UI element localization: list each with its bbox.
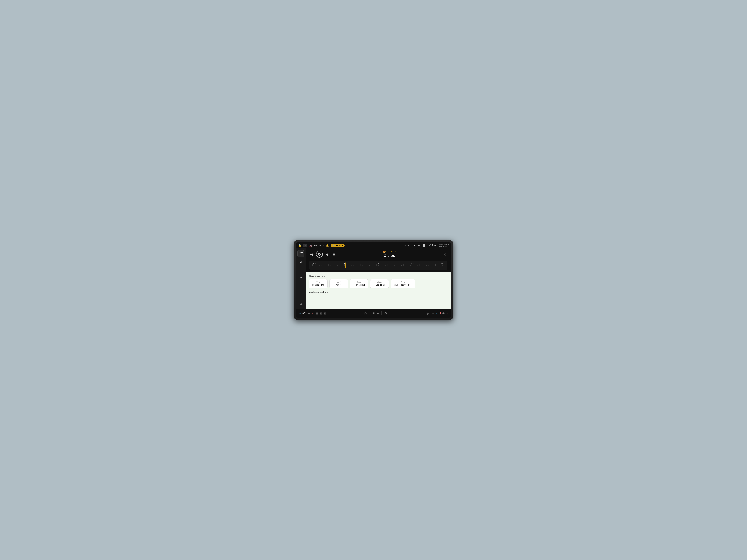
signal-bars-icon: ▐▌ — [422, 244, 426, 246]
svg-rect-2 — [316, 265, 316, 266]
svg-rect-73 — [442, 265, 443, 266]
wifi-icon: ((·)) — [405, 244, 409, 246]
volume-icon[interactable]: ◁)) — [426, 312, 430, 315]
seat-vent-icon[interactable]: ⊟ — [319, 312, 322, 315]
svg-rect-48 — [398, 264, 398, 266]
radio-icon: ((·)) — [299, 252, 303, 256]
svg-rect-58 — [416, 265, 416, 266]
svg-rect-1 — [314, 265, 314, 266]
status-left: 🔒 ⊡ 🚗 Rivian ⌂ 🔔 Service — [298, 243, 344, 247]
svg-rect-33 — [371, 264, 371, 266]
tuner-ticks-svg: 88 93 98 103 108 — [312, 262, 444, 268]
saved-station-1[interactable]: 96.3 96.3 — [329, 279, 348, 288]
sidebar-item-radio[interactable]: ((·)) — [298, 250, 304, 257]
saved-station-0[interactable]: 93.3 KDKB HD1 — [309, 279, 328, 288]
settings-button[interactable]: ⚙ — [384, 311, 387, 315]
fan-icon: ✳ — [308, 312, 310, 315]
saved-freq-0: 93.3 — [312, 281, 325, 283]
svg-rect-22 — [352, 265, 352, 266]
right-fan-icon: ✳ — [442, 312, 445, 315]
temp-up-button[interactable]: ∧ — [312, 312, 313, 315]
svg-rect-66 — [430, 264, 430, 266]
saved-freq-3: 102.5 — [373, 281, 386, 283]
svg-text:98: 98 — [377, 262, 379, 265]
stations-area: Saved stations 93.3 KDKB HD1 96.3 96.3 9… — [306, 272, 451, 309]
apps-button[interactable]: ⊞ — [372, 312, 375, 315]
tuner-track[interactable]: 88 93 98 103 108 — [312, 262, 444, 268]
sidebar-item-cast[interactable]: ⬡ — [298, 275, 304, 282]
bluetooth-icon: ᛒ — [411, 244, 412, 246]
svg-text:103: 103 — [410, 262, 413, 265]
bell-icon[interactable]: 🔔 — [326, 244, 329, 247]
svg-rect-37 — [378, 265, 379, 266]
more-button[interactable]: ··· — [298, 292, 304, 299]
sidebar: ((·)) ♫ ♩ ⬡ ▭ ··· ⊟ — [296, 248, 306, 309]
sidebar-item-spotify[interactable]: ♫ — [298, 258, 304, 265]
saved-freq-2: 97.9 — [353, 281, 365, 283]
car-display: 🔒 ⊡ 🚗 Rivian ⌂ 🔔 Service ((·)) ᛒ ▲ 59° ▐… — [294, 240, 453, 320]
saved-name-3: KNIX HD1 — [374, 284, 385, 287]
sidebar-item-music[interactable]: ♩ — [298, 266, 304, 273]
sidebar-item-phone[interactable]: ▭ — [298, 283, 304, 290]
nav-icons-group: ◎ ♪ ⊞ ▶ — [364, 311, 379, 315]
svg-rect-14 — [337, 265, 338, 266]
station-frequency: 92.7 Oldies — [338, 250, 441, 253]
saved-station-2[interactable]: 97.9 KUPD HD1 — [350, 279, 368, 288]
saved-stations-title: Saved stations — [309, 275, 447, 277]
svg-rect-15 — [339, 264, 339, 266]
clock: 10:55 AM — [427, 244, 437, 247]
main-area: ((·)) ♫ ♩ ⬡ ▭ ··· ⊟ — [296, 248, 451, 309]
svg-rect-41 — [385, 265, 386, 266]
climate-right: ◁)) ☜ ∨ HI ✳ ∧ — [426, 312, 448, 315]
svg-rect-44 — [391, 265, 391, 266]
svg-rect-63 — [424, 264, 425, 266]
available-stations-title: Available stations — [309, 291, 447, 294]
svg-rect-49 — [400, 265, 400, 266]
temp-value: 68° — [302, 312, 306, 315]
prev-button[interactable]: ⏮ — [309, 252, 313, 257]
camera-button[interactable]: ▶ — [377, 312, 379, 315]
screen-icon[interactable]: ⊡ — [303, 243, 307, 247]
music-icon: ♩ — [300, 268, 302, 272]
svg-rect-20 — [348, 265, 348, 266]
svg-rect-54 — [409, 264, 409, 266]
svg-rect-55 — [410, 265, 411, 266]
nav-bar-center: ◎ ♪ ⊞ ▶ ⚙ — [364, 311, 387, 315]
svg-rect-61 — [421, 265, 421, 266]
svg-rect-0 — [312, 264, 313, 266]
saved-stations-grid: 93.3 KDKB HD1 96.3 96.3 97.9 KUPD HD1 — [309, 279, 447, 288]
content-area: ⏮ ⏻ ⏭ ⊞ 92.7 Oldies Oldies ♡ — [306, 248, 451, 309]
seat-heat-left-icon[interactable]: ⊟ — [316, 312, 318, 315]
service-badge[interactable]: Service — [331, 244, 344, 247]
steering-heat-icon[interactable]: ⊟ — [324, 312, 326, 315]
music-nav-button[interactable]: ♪ — [369, 312, 370, 315]
cast-icon: ⬡ — [300, 276, 302, 280]
phone-icon: ▭ — [300, 285, 302, 288]
favorite-button[interactable]: ♡ — [443, 252, 447, 257]
tuner-bar[interactable]: 88 93 98 103 108 — [309, 261, 447, 270]
spotify-icon: ♫ — [300, 260, 302, 264]
svg-rect-12 — [334, 264, 334, 266]
infotainment-screen: 🔒 ⊡ 🚗 Rivian ⌂ 🔔 Service ((·)) ᛒ ▲ 59° ▐… — [296, 242, 451, 318]
svg-rect-19 — [346, 265, 346, 266]
power-button[interactable]: ⏻ — [316, 251, 323, 258]
svg-rect-11 — [332, 265, 332, 266]
navigation-button[interactable]: ◎ — [364, 311, 367, 315]
saved-station-3[interactable]: 102.5 KNIX HD1 — [370, 279, 389, 288]
temp-down-button[interactable]: ∨ — [299, 312, 301, 315]
station-name: Oldies — [338, 253, 441, 258]
grid-view-button[interactable]: ⊞ — [332, 252, 335, 256]
saved-freq-4: 107.9 — [394, 281, 412, 283]
hand-icon[interactable]: ☜ — [431, 312, 434, 315]
right-temp-up-button[interactable]: ∧ — [446, 312, 448, 315]
right-temp-down-button[interactable]: ∨ — [435, 312, 437, 315]
car-icon[interactable]: 🚗 — [309, 244, 312, 247]
svg-rect-31 — [367, 265, 368, 266]
svg-rect-5 — [321, 265, 321, 266]
home-icon[interactable]: ⌂ — [323, 244, 324, 247]
equalizer-icon: ⊟ — [300, 302, 302, 305]
equalizer-button[interactable]: ⊟ — [298, 300, 304, 307]
next-button[interactable]: ⏭ — [326, 252, 329, 257]
svg-rect-72 — [441, 264, 441, 266]
saved-station-4[interactable]: 107.9 KMLE 1079 HD1 — [390, 279, 415, 288]
